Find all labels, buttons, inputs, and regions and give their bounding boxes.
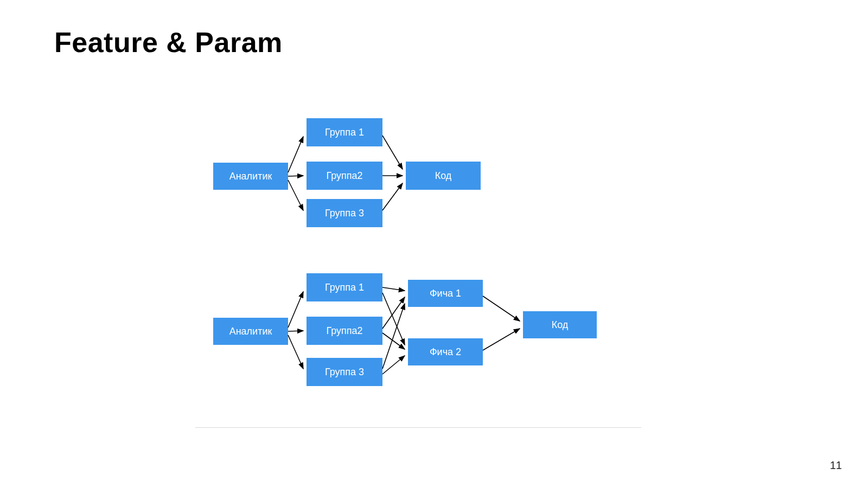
d1-analyst-node: Аналитик — [213, 163, 288, 190]
d2-code-node: Код — [523, 311, 597, 338]
svg-line-17 — [483, 329, 520, 350]
d2-feature2-label: Фича 2 — [430, 346, 461, 358]
d1-group2-node: Группа2 — [307, 162, 382, 190]
d2-code-label: Код — [552, 319, 569, 331]
svg-line-6 — [382, 183, 403, 210]
svg-line-16 — [483, 296, 520, 321]
svg-line-14 — [382, 333, 405, 349]
d2-feature1-label: Фича 1 — [430, 288, 461, 299]
d1-group2-label: Группа2 — [326, 170, 362, 182]
d2-group3-label: Группа 3 — [325, 367, 364, 378]
d1-code-node: Код — [406, 162, 481, 190]
svg-line-9 — [288, 335, 303, 369]
d2-analyst-label: Аналитик — [229, 326, 272, 337]
page-number: 11 — [830, 459, 842, 472]
svg-line-11 — [382, 297, 405, 329]
arrows-layer — [0, 0, 868, 488]
footer-divider — [195, 427, 641, 428]
d2-feature1-node: Фича 1 — [408, 280, 483, 307]
d1-group3-node: Группа 3 — [307, 199, 382, 227]
d1-group1-node: Группа 1 — [307, 118, 382, 146]
svg-line-8 — [288, 331, 303, 331]
d2-group3-node: Группа 3 — [307, 358, 382, 386]
svg-line-12 — [382, 304, 405, 369]
svg-line-10 — [382, 287, 405, 291]
d1-group1-label: Группа 1 — [325, 127, 364, 138]
d2-group1-node: Группа 1 — [307, 273, 382, 301]
svg-line-2 — [288, 176, 303, 176]
d2-feature2-node: Фича 2 — [408, 338, 483, 365]
d2-group2-label: Группа2 — [326, 325, 362, 337]
d2-group2-node: Группа2 — [307, 317, 382, 345]
d1-analyst-label: Аналитик — [229, 171, 272, 182]
svg-line-15 — [382, 356, 405, 374]
svg-line-13 — [382, 293, 405, 345]
d1-code-label: Код — [435, 170, 452, 182]
d2-analyst-node: Аналитик — [213, 318, 288, 345]
svg-line-3 — [288, 180, 303, 210]
slide-title: Feature & Param — [54, 26, 283, 59]
d2-group1-label: Группа 1 — [325, 282, 364, 293]
svg-line-4 — [382, 136, 403, 169]
svg-line-1 — [288, 137, 303, 172]
d1-group3-label: Группа 3 — [325, 208, 364, 219]
svg-line-7 — [288, 292, 303, 328]
